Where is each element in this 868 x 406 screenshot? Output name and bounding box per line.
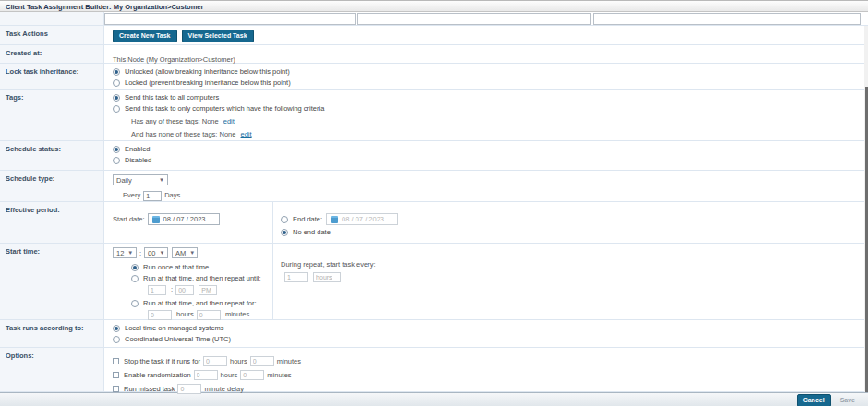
interval-input[interactable] (143, 191, 162, 201)
disabled-radio[interactable] (113, 157, 120, 164)
repeat-for-minutes-input[interactable] (197, 310, 221, 320)
repeat-until-radio[interactable] (131, 275, 139, 282)
task-type-cell[interactable] (357, 13, 591, 25)
locked-radio[interactable] (113, 79, 120, 87)
no-end-date-label: No end date (293, 228, 331, 236)
task-selection-header-label-cell (0, 12, 104, 25)
until-minute-input[interactable] (175, 285, 194, 295)
end-date-input[interactable]: 08 / 07 / 2023 (326, 213, 398, 225)
start-time-label: Start time: (0, 244, 104, 319)
start-time-row: Start time: 12▼ : 00▼ AM▼ Ru (0, 244, 868, 320)
repeat-for-label: Run at that time, and then repeat for: (143, 299, 257, 307)
random-minutes-input[interactable] (240, 370, 264, 380)
end-date-radio[interactable] (281, 216, 288, 223)
calendar-icon[interactable] (152, 216, 160, 223)
ampm-select[interactable]: AM▼ (172, 247, 198, 258)
has-any-tags-label: Has any of these tags: (131, 117, 200, 125)
chevron-down-icon: ▼ (189, 250, 195, 256)
footer-bar: Cancel Save (0, 392, 868, 406)
run-once-radio[interactable] (131, 264, 139, 271)
effective-period-row: Effective period: Start date: 08 / 07 / … (0, 202, 868, 244)
hour-select[interactable]: 12▼ (113, 247, 137, 258)
calendar-icon (331, 216, 338, 223)
chevron-down-icon: ▼ (127, 250, 133, 256)
random-hours-input[interactable] (194, 370, 218, 380)
all-computers-label: Send this task to all computers (125, 93, 219, 102)
hours-unit-label: hours (176, 310, 194, 318)
schedule-status-label: Schedule status: (0, 141, 104, 170)
run-missed-label: Run missed task (124, 385, 175, 393)
hour-value: 12 (116, 249, 124, 257)
during-repeat-value-input[interactable] (284, 272, 308, 282)
minutes-unit-label: minutes (277, 357, 301, 365)
unlocked-radio[interactable] (113, 68, 120, 76)
no-end-date-radio[interactable] (281, 229, 288, 236)
local-time-radio[interactable] (113, 325, 120, 332)
utc-radio[interactable] (113, 336, 120, 343)
task-runs-row: Task runs according to: Local time on ma… (0, 320, 868, 348)
schedule-type-label: Schedule type: (0, 171, 104, 201)
enabled-label: Enabled (125, 145, 151, 153)
chevron-down-icon: ▼ (159, 250, 164, 256)
view-selected-task-button[interactable]: View Selected Task (182, 30, 254, 42)
until-ampm-input[interactable] (199, 285, 217, 295)
lock-inheritance-label: Lock task inheritance: (0, 64, 104, 89)
locked-label: Locked (prevent breaking inheritance bel… (125, 78, 291, 87)
run-once-label: Run once at that time (143, 263, 209, 271)
start-date-value: 08 / 07 / 2023 (163, 215, 206, 223)
during-repeat-unit-input[interactable] (313, 272, 341, 282)
has-any-tags-value: None (202, 117, 219, 125)
missed-delay-input[interactable] (177, 384, 201, 394)
end-date-label: End date: (293, 215, 322, 223)
every-label: Every (123, 191, 140, 199)
has-none-tags-label: And has none of these tags: (131, 130, 217, 138)
options-row: Options: Stop the task if it runs for ho… (0, 348, 868, 392)
minutes-unit-label: minutes (225, 310, 249, 318)
schedule-status-row: Schedule status: Enabled Disabled (0, 141, 868, 171)
minute-delay-label: minute delay (204, 385, 244, 393)
local-time-label: Local time on managed systems (125, 324, 224, 332)
has-none-edit-link[interactable]: edit (241, 130, 252, 138)
repeat-for-hours-input[interactable] (148, 310, 172, 320)
has-any-edit-link[interactable]: edit (223, 117, 235, 125)
schedule-type-row: Schedule type: Daily ▼ EveryDays (0, 171, 868, 202)
created-at-row: Created at: This Node (My Organization>C… (0, 45, 868, 64)
enabled-radio[interactable] (113, 146, 120, 153)
all-computers-radio[interactable] (113, 94, 120, 102)
criteria-radio[interactable] (113, 105, 120, 113)
randomization-checkbox[interactable] (113, 372, 119, 378)
options-label: Options: (0, 348, 104, 391)
client-task-assignment-builder: Client Task Assignment Builder: My Organ… (0, 0, 868, 406)
utc-label: Coordinated Universal Time (UTC) (125, 335, 231, 343)
create-new-task-button[interactable]: Create New Task (113, 30, 177, 42)
repeat-for-radio[interactable] (131, 300, 139, 307)
start-date-input[interactable]: 08 / 07 / 2023 (148, 213, 220, 225)
minute-select[interactable]: 00▼ (144, 247, 168, 258)
tags-label: Tags: (0, 90, 104, 140)
has-none-tags-value: None (220, 130, 236, 138)
chevron-down-icon: ▼ (159, 177, 164, 183)
stop-task-label: Stop the task if it runs for (124, 357, 200, 365)
task-runs-label: Task runs according to: (0, 320, 104, 347)
tags-row: Tags: Send this task to all computers Se… (0, 90, 868, 141)
cancel-button[interactable]: Cancel (797, 394, 831, 406)
task-name-cell[interactable] (593, 13, 861, 25)
stop-task-checkbox[interactable] (113, 358, 119, 364)
schedule-type-selected: Daily (116, 176, 132, 185)
hours-unit-label: hours (230, 357, 247, 365)
disabled-label: Disabled (125, 156, 151, 164)
days-label: Days (164, 191, 180, 199)
task-actions-row: Task Actions Create New Task View Select… (0, 26, 868, 45)
run-missed-checkbox[interactable] (113, 386, 119, 392)
task-selection-header-row (0, 12, 868, 26)
task-product-cell[interactable] (104, 13, 356, 25)
until-hour-input[interactable] (148, 285, 166, 295)
stop-minutes-input[interactable] (250, 356, 274, 366)
save-button[interactable]: Save (837, 395, 859, 405)
schedule-type-select[interactable]: Daily ▼ (113, 174, 168, 185)
criteria-label: Send this task to only computers which h… (125, 104, 324, 113)
stop-hours-input[interactable] (203, 356, 227, 366)
created-at-value: This Node (My Organization>Customer) (113, 55, 235, 64)
minute-value: 00 (148, 249, 155, 257)
ampm-value: AM (175, 249, 186, 257)
